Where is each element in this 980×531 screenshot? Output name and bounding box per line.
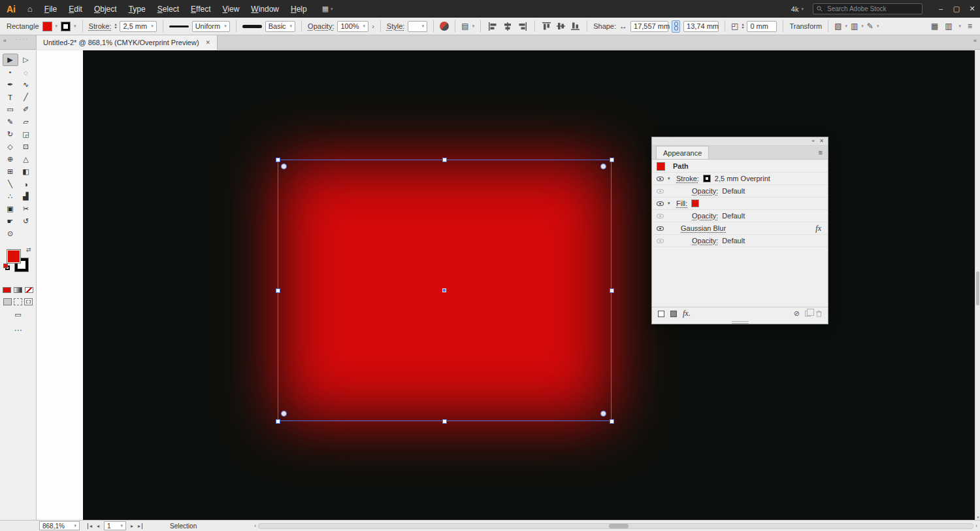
slice-tool[interactable]: ✂ [18,203,34,215]
chevron-down-icon[interactable]: ▾ [958,24,961,29]
search-input[interactable] [826,5,911,13]
recolor-artwork-icon[interactable] [440,22,449,31]
appearance-row-stroke[interactable]: ▾ Stroke: 2,5 mm Overprint [652,173,828,185]
magic-wand-tool[interactable]: ⋆ [3,66,18,78]
fill-attribute-label[interactable]: Fill: [676,199,687,207]
panel-resize-grip[interactable] [732,321,749,324]
rotate-tool[interactable]: ↻ [3,128,18,141]
last-artboard-icon[interactable]: ▸ [138,523,142,529]
close-button[interactable]: ✕ [964,0,980,18]
clear-appearance-icon[interactable]: ⊘ [794,309,800,318]
zoom-level-dropdown[interactable]: 868,1% ▾ [39,521,80,530]
stock-search[interactable] [813,3,923,14]
line-segment-tool[interactable]: ╱ [18,91,34,103]
brush-dropdown[interactable]: Basic ▾ [265,21,295,32]
direct-selection-tool[interactable]: ▷ [18,54,34,66]
appearance-row-fill-opacity[interactable]: Opacity: Default [652,210,828,222]
align-middle-vertical-icon[interactable] [555,22,566,31]
document-tab[interactable]: Untitled-2* @ 868,1% (CMYK/Overprint Pre… [37,35,218,50]
gpu-performance-dropdown[interactable]: 4k ▾ [791,5,804,13]
align-right-icon[interactable] [517,22,529,31]
first-artboard-icon[interactable]: ◂ [88,523,92,529]
eraser-tool[interactable]: ▱ [18,116,34,128]
menu-select[interactable]: Select [152,5,185,14]
visibility-eye-icon[interactable] [657,214,664,218]
opacity-label[interactable]: Opacity: [692,237,718,245]
draw-behind-icon[interactable] [14,298,22,305]
handle-middle-right[interactable] [610,288,614,293]
corner-radius-stepper[interactable]: ▴ ▾ [742,23,743,29]
close-tab-icon[interactable]: ✕ [206,39,211,46]
close-panel-icon[interactable]: ✕ [819,138,824,144]
align-bottom-icon[interactable] [570,22,581,31]
corner-widget-bottom-left[interactable] [281,411,287,417]
constrain-proportions-link-icon[interactable] [672,20,680,33]
handle-bottom-left[interactable] [276,419,280,424]
perspective-grid-tool[interactable]: △ [18,153,34,165]
draw-inside-icon[interactable] [24,298,33,305]
menu-object[interactable]: Object [88,5,123,14]
workspace-layout-icon[interactable]: ▥ [945,22,952,31]
pencil-tool[interactable]: ✎ [3,116,18,128]
shape-width-field[interactable]: 17,557 mm [630,21,668,32]
scroll-right-icon[interactable]: › [975,522,977,529]
menu-window[interactable]: Window [245,5,285,14]
home-icon[interactable]: ⌂ [22,4,39,14]
eyedropper-tool[interactable]: ╲ [3,178,18,190]
lasso-tool[interactable]: ◌ [18,66,34,78]
fill-color-swatch[interactable] [42,22,52,31]
scroll-down-icon[interactable]: ▾ [975,515,980,519]
menu-edit[interactable]: Edit [63,5,88,14]
stepper-down-icon[interactable]: ▾ [742,26,743,29]
align-options-icon[interactable]: ▥ [851,22,858,31]
gradient-button[interactable] [14,287,22,293]
visibility-eye-icon[interactable] [657,226,664,231]
horizontal-scrollbar-track[interactable] [258,523,973,529]
screen-mode-icon[interactable]: ▭ [0,311,36,319]
visibility-eye-icon[interactable] [657,189,664,194]
appearance-row-path[interactable]: Path [652,160,828,173]
align-top-icon[interactable] [541,22,552,31]
tab-appearance[interactable]: Appearance [656,146,709,159]
previous-artboard-icon[interactable]: ◂ [97,523,99,529]
add-new-fill-icon[interactable] [670,311,677,317]
chevron-down-icon[interactable]: ▾ [845,24,847,29]
delete-item-icon[interactable] [816,310,822,317]
artboard-number-field[interactable]: 1 ▾ [104,521,126,530]
style-dropdown[interactable]: ▾ [408,21,427,32]
transform-panel-link[interactable]: Transform [789,22,822,30]
shape-builder-tool[interactable]: ⊕ [3,153,18,165]
pen-tool[interactable]: ✒ [3,78,18,91]
free-transform-tool[interactable]: ⊡ [18,141,34,153]
handle-top-left[interactable] [276,158,280,162]
corner-widget-top-left[interactable] [281,163,287,169]
chevron-down-icon[interactable]: ▾ [861,24,864,29]
opacity-panel-link[interactable]: Opacity: [308,22,334,30]
curvature-tool[interactable]: ∿ [18,78,34,91]
center-anchor-point[interactable] [442,288,446,292]
appearance-row-gaussian-blur[interactable]: Gaussian Blur fx [652,222,828,235]
vertical-scrollbar[interactable]: ▾ [975,50,980,520]
opacity-dropdown[interactable]: 100% ▾ [337,21,368,32]
artboard-tool[interactable]: ▣ [3,203,18,215]
draw-normal-icon[interactable] [3,298,12,305]
column-graph-tool[interactable]: ▟ [18,190,34,203]
width-tool[interactable]: ◇ [3,141,18,153]
blend-tool[interactable]: ◑ [18,178,34,190]
duplicate-item-icon[interactable] [805,311,811,317]
scale-tool[interactable]: ◲ [18,128,34,141]
symbol-sprayer-tool[interactable]: ∴ [3,190,18,203]
handle-bottom-center[interactable] [442,419,447,424]
hand-tool[interactable]: ☛ [3,215,18,228]
visibility-eye-icon[interactable] [657,201,664,206]
arrange-documents-icon[interactable]: ▦ [931,22,938,31]
minimize-button[interactable]: – [933,0,949,18]
add-new-stroke-icon[interactable] [658,311,664,317]
corner-widget-bottom-right[interactable] [600,411,606,417]
corner-radius-field[interactable]: 0 mm [747,21,777,32]
menu-view[interactable]: View [217,5,246,14]
rotate-view-tool[interactable]: ↺ [18,215,34,228]
mesh-tool[interactable]: ⊞ [3,165,18,178]
collapse-toolbar-icon[interactable]: « [3,37,7,44]
panel-title-bar[interactable]: « ✕ [652,137,828,146]
